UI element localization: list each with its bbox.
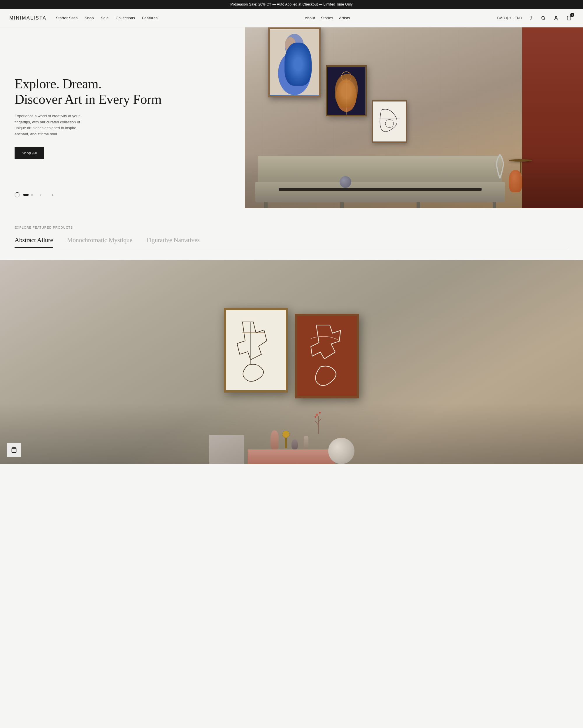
hero-artwork-2 [326,65,367,116]
collection-tabs: Abstract Allure Monochromatic Mystique F… [15,236,568,248]
dark-figure-painting [327,67,365,115]
announcement-bar: Midseason Sale: 20% Off — Auto Applied a… [0,0,583,9]
shop-all-button[interactable]: Shop All [15,147,44,159]
hero-left-panel: Explore. Dream. Discover Art in Every Fo… [0,27,245,208]
hero-artwork-2-wrapper [326,48,367,116]
floor-concrete-block [209,435,244,464]
product-hero-image [0,260,583,464]
floor-vase-tall [271,431,279,449]
sofa-leg [493,202,496,208]
svg-line-22 [315,421,318,425]
moon-icon: ☽ [528,15,533,21]
hero-description: Experience a world of creativity at your… [15,113,90,137]
featured-label: Explore Featured Products [15,226,568,229]
cart-icon-wrapper: 0 [564,14,574,23]
search-icon [541,16,546,20]
svg-line-23 [318,419,321,422]
hero-right-panel [245,27,583,208]
svg-rect-17 [297,317,357,395]
hero-image [245,27,583,208]
slider-dots [23,194,33,196]
svg-point-21 [314,416,316,418]
account-button[interactable] [552,14,561,23]
floor-vase-cylinder [304,436,308,449]
product-gallery [0,260,583,464]
user-icon [554,16,558,20]
theme-toggle-button[interactable]: ☽ [526,14,535,23]
floor-sculpture-geo [281,431,291,449]
sofa-leg [417,202,420,208]
svg-point-6 [285,37,296,52]
announcement-text: Midseason Sale: 20% Off — Auto Applied a… [230,2,353,6]
slider-controls: ‹ › [15,191,57,199]
product-artwork-1 [224,308,288,393]
nav-about[interactable]: About [305,16,315,20]
secondary-nav: About Stories Artists [305,16,350,20]
product-artwork-2 [295,314,359,398]
branch-icon [312,410,324,434]
sofa-seat [255,182,505,202]
currency-selector[interactable]: CAD $ ▾ [497,16,511,20]
chevron-left-icon: ‹ [40,192,41,198]
tab-abstract-allure[interactable]: Abstract Allure [15,236,53,248]
header-actions: CAD $ ▾ EN ▾ ☽ 0 [497,14,574,23]
sofa-legs [264,202,496,208]
svg-rect-11 [373,102,406,141]
coffee-table [279,188,481,191]
nav-shop[interactable]: Shop [85,16,93,20]
site-header: MINIMALISTA Starter Sites Shop Sale Coll… [0,9,583,27]
line-art [373,102,406,141]
svg-rect-14 [226,311,286,390]
product-artworks [224,308,359,398]
nav-artists[interactable]: Artists [339,16,350,20]
svg-point-9 [336,79,357,112]
blue-figure-art [270,29,319,96]
svg-point-20 [319,412,321,414]
floor-sphere-large [328,438,355,464]
language-chevron-icon: ▾ [521,16,522,20]
hero-artwork-1 [268,27,321,98]
abstract-rust-art [297,316,357,396]
language-selector[interactable]: EN ▾ [515,16,522,20]
hero-artwork-3 [372,100,407,142]
svg-point-5 [278,52,311,95]
svg-rect-26 [285,438,287,448]
blue-figure-painting [270,29,319,96]
floor-branch [312,410,324,435]
hero-heading: Explore. Dream. Discover Art in Every Fo… [15,76,230,107]
sculpture-art [491,152,509,181]
nav-collections[interactable]: Collections [116,16,135,20]
slider-next-button[interactable]: › [48,191,57,199]
slider-prev-button[interactable]: ‹ [37,191,45,199]
svg-point-19 [316,414,318,416]
svg-rect-7 [327,67,365,114]
nav-stories[interactable]: Stories [321,16,333,20]
abstract-cream-art [226,310,286,390]
tab-figurative-narratives[interactable]: Figurative Narratives [146,236,200,248]
artwork-group [268,27,407,142]
tab-monochromatic-mystique[interactable]: Monochromatic Mystique [67,236,132,248]
decorative-sphere [340,176,351,188]
nav-starter-sites[interactable]: Starter Sites [56,16,78,20]
floor-platform [248,449,335,464]
sculpture [491,152,509,182]
site-logo[interactable]: MINIMALISTA [9,16,46,21]
svg-point-25 [282,431,289,438]
currency-chevron-icon: ▾ [509,16,511,20]
terracotta-vase [509,170,522,192]
nav-sale[interactable]: Sale [101,16,109,20]
slider-dot-1[interactable] [23,194,29,196]
primary-nav: Starter Sites Shop Sale Collections Feat… [56,16,158,20]
product-quick-add-button[interactable] [7,443,21,457]
header-left: MINIMALISTA Starter Sites Shop Sale Coll… [9,16,158,21]
sofa [258,156,502,208]
search-button[interactable] [539,14,548,23]
dark-figure-art [327,67,365,115]
slider-dot-2[interactable] [31,194,33,196]
floor-vase-round [292,439,298,449]
hero-artwork-3-wrapper [372,65,407,142]
nav-features[interactable]: Features [142,16,158,20]
cart-badge: 0 [570,13,574,17]
featured-section: Explore Featured Products Abstract Allur… [0,208,583,260]
svg-point-0 [542,16,545,20]
